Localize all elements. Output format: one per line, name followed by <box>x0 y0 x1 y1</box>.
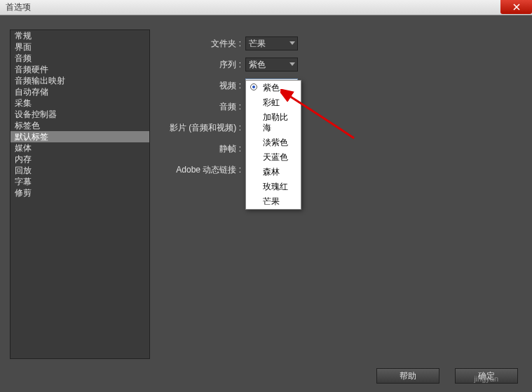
dropdown-option[interactable]: 森林 <box>246 165 301 180</box>
close-button[interactable] <box>500 0 532 14</box>
form-area: 文件夹 :芒果序列 :紫色视频 :紫色音频 :影片 (音频和视频) :静帧 :A… <box>161 36 518 184</box>
dropdown-option-label: 加勒比海 <box>263 112 288 133</box>
sidebar-item[interactable]: 媒体 <box>11 142 149 154</box>
form-label: 文件夹 : <box>161 38 245 50</box>
dropdown-option[interactable]: 加勒比海 <box>246 110 301 135</box>
sidebar-item[interactable]: 默认标签 <box>11 131 149 142</box>
form-label: Adobe 动态链接 : <box>161 164 245 176</box>
form-label: 视频 : <box>161 80 245 92</box>
sidebar-item[interactable]: 设备控制器 <box>11 109 149 120</box>
sidebar-item[interactable]: 自动存储 <box>11 86 149 97</box>
form-row: 文件夹 :芒果 <box>161 36 518 50</box>
dropdown-option[interactable]: 紫色 <box>246 81 301 95</box>
form-row: 音频 : <box>161 100 518 114</box>
video-dropdown-menu[interactable]: 紫色彩虹加勒比海淡紫色天蓝色森林玫瑰红芒果 <box>245 80 301 210</box>
help-button[interactable]: 帮助 <box>376 368 439 384</box>
dropdown-option-label: 玫瑰红 <box>263 182 288 191</box>
sidebar-item[interactable]: 界面 <box>11 41 149 53</box>
form-row: 视频 :紫色 <box>161 79 518 93</box>
dropdown-option-label: 淡紫色 <box>263 137 288 147</box>
sidebar-item[interactable]: 音频输出映射 <box>11 75 149 86</box>
dropdown-option-label: 彩虹 <box>263 97 280 107</box>
dropdown-option-label: 紫色 <box>263 83 280 93</box>
form-label: 影片 (音频和视频) : <box>161 122 245 134</box>
dropdown-option[interactable]: 天蓝色 <box>246 150 301 165</box>
dropdown-value: 紫色 <box>249 59 266 71</box>
radio-icon <box>250 83 257 90</box>
window-title: 首选项 <box>6 1 31 13</box>
dropdown-option-label: 森林 <box>263 167 280 177</box>
form-label: 静帧 : <box>161 143 245 155</box>
dropdown-option[interactable]: 淡紫色 <box>246 135 301 150</box>
form-row: Adobe 动态链接 : <box>161 163 518 177</box>
dialog-buttons: 帮助 确定 <box>376 368 518 384</box>
dropdown[interactable]: 芒果 <box>245 36 298 50</box>
sidebar-item[interactable]: 常规 <box>11 30 149 41</box>
titlebar: 首选项 <box>0 0 532 15</box>
form-row: 影片 (音频和视频) : <box>161 121 518 135</box>
sidebar-item[interactable]: 标签色 <box>11 120 149 131</box>
chevron-down-icon <box>289 41 295 45</box>
form-label: 序列 : <box>161 59 245 71</box>
sidebar-item[interactable]: 内存 <box>11 154 149 165</box>
dialog-content: 常规界面音频音频硬件音频输出映射自动存储采集设备控制器标签色默认标签媒体内存回放… <box>0 15 532 392</box>
sidebar-item[interactable]: 采集 <box>11 97 149 109</box>
sidebar-item[interactable]: 音频 <box>11 53 149 64</box>
sidebar-item[interactable]: 回放 <box>11 165 149 176</box>
dropdown-option-label: 天蓝色 <box>263 152 288 162</box>
dropdown-option[interactable]: 彩虹 <box>246 95 301 110</box>
dropdown-option[interactable]: 芒果 <box>246 194 301 209</box>
form-row: 静帧 : <box>161 142 518 156</box>
dropdown[interactable]: 紫色 <box>245 58 298 72</box>
sidebar-item[interactable]: 字幕 <box>11 176 149 187</box>
sidebar-item[interactable]: 音频硬件 <box>11 64 149 75</box>
category-sidebar: 常规界面音频音频硬件音频输出映射自动存储采集设备控制器标签色默认标签媒体内存回放… <box>10 29 150 359</box>
dropdown-option[interactable]: 玫瑰红 <box>246 180 301 194</box>
dropdown-option-label: 芒果 <box>263 196 280 206</box>
chevron-down-icon <box>289 62 295 66</box>
form-row: 序列 :紫色 <box>161 58 518 72</box>
close-icon <box>513 4 520 11</box>
dropdown-value: 芒果 <box>249 38 266 50</box>
form-label: 音频 : <box>161 101 245 113</box>
sidebar-item[interactable]: 修剪 <box>11 187 149 198</box>
ok-button[interactable]: 确定 <box>455 368 518 384</box>
